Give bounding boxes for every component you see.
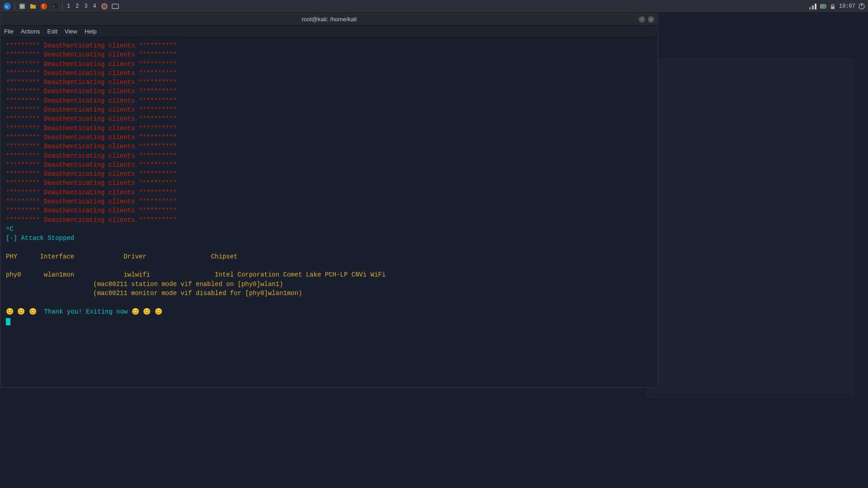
ws4[interactable]: 4 [91, 3, 98, 9]
battery-icon [820, 3, 826, 10]
stopped-line: [-] Attack Stopped [6, 234, 652, 243]
deauth-line: ********* Deauthenticating clients *****… [6, 105, 652, 114]
firefox-icon[interactable] [100, 2, 109, 11]
menu-edit[interactable]: Edit [47, 28, 57, 35]
network-icon [808, 3, 817, 10]
deauth-line: ********* Deauthenticating clients *****… [6, 142, 652, 151]
svg-rect-18 [831, 6, 835, 9]
cursor [6, 318, 10, 325]
files-icon[interactable] [18, 2, 27, 11]
folder-icon[interactable] [28, 2, 38, 11]
window-title: root@kali: /home/kali [302, 16, 357, 23]
title-bar-controls: – ✕ [639, 16, 654, 23]
mac-line-2: (mac80211 monitor mode vif disabled for … [6, 289, 652, 298]
phy-header: PHY Interface Driver Chipset [6, 252, 652, 261]
phy-row: phy0 wlan1mon iwlwifi Intel Corporation … [6, 270, 652, 279]
sep1 [14, 2, 15, 10]
deauth-line: ********* Deauthenticating clients *****… [6, 216, 652, 225]
thankyou-line: 😊 😊 😊 Thank you! Exiting now 😊 😊 😊 [6, 307, 652, 316]
deauth-line: ********* Deauthenticating clients *****… [6, 69, 652, 78]
deauth-line: ********* Deauthenticating clients *****… [6, 160, 652, 169]
deauth-line: ********* Deauthenticating clients *****… [6, 87, 652, 96]
svg-text:K: K [5, 5, 8, 9]
interrupt-line: ^C [6, 225, 652, 234]
deauth-line: ********* Deauthenticating clients *****… [6, 151, 652, 160]
ws2[interactable]: 2 [74, 3, 80, 9]
ws1[interactable]: 1 [65, 3, 72, 9]
deauth-line: ********* Deauthenticating clients *****… [6, 41, 652, 50]
svg-rect-3 [20, 5, 24, 6]
svg-rect-11 [112, 4, 118, 9]
deauth-line: ********* Deauthenticating clients *****… [6, 206, 652, 215]
svg-rect-16 [826, 6, 826, 7]
terminal-content: ********* Deauthenticating clients *****… [0, 38, 658, 387]
taskbar-right: 19:07 [808, 3, 865, 10]
terminal-icon[interactable]: >_ [50, 2, 59, 11]
deauth-line: ********* Deauthenticating clients *****… [6, 50, 652, 59]
deauth-line: ********* Deauthenticating clients *****… [6, 78, 652, 87]
menu-help[interactable]: Help [85, 28, 97, 35]
taskbar: K f >_ 1 2 3 4 19:07 [0, 0, 868, 13]
deauth-line: ********* Deauthenticating clients *****… [6, 60, 652, 69]
svg-text:>_: >_ [52, 5, 57, 9]
svg-rect-4 [20, 7, 24, 8]
svg-rect-17 [821, 5, 825, 7]
minimize-button[interactable]: – [639, 16, 645, 23]
kali-icon[interactable]: K [3, 2, 12, 11]
background-panel [646, 59, 854, 398]
menu-view[interactable]: View [65, 28, 77, 35]
svg-rect-12 [809, 7, 811, 9]
svg-rect-13 [812, 5, 814, 9]
ws3[interactable]: 3 [82, 3, 89, 9]
menu-actions[interactable]: Actions [21, 28, 40, 35]
app-icon[interactable]: f [39, 2, 48, 11]
mac-line-1: (mac80211 station mode vif enabled on [p… [6, 280, 652, 289]
svg-rect-2 [19, 4, 25, 9]
deauth-line: ********* Deauthenticating clients *****… [6, 133, 652, 142]
deauth-line: ********* Deauthenticating clients *****… [6, 188, 652, 197]
clock: 19:07 [839, 3, 855, 9]
svg-point-5 [41, 3, 47, 9]
sep2 [62, 2, 62, 10]
power-icon[interactable] [858, 3, 865, 10]
svg-text:f: f [42, 4, 44, 9]
menu-bar: File Actions Edit View Help [0, 26, 658, 38]
deauth-line: ********* Deauthenticating clients *****… [6, 124, 652, 133]
deauth-line: ********* Deauthenticating clients *****… [6, 197, 652, 206]
title-bar: root@kali: /home/kali – ✕ [0, 13, 658, 26]
terminal-window: root@kali: /home/kali – ✕ File Actions E… [0, 13, 658, 388]
screen-icon[interactable] [111, 2, 120, 11]
svg-point-10 [103, 5, 106, 8]
close-button[interactable]: ✕ [648, 16, 654, 23]
lock-icon [829, 3, 836, 10]
svg-rect-14 [815, 4, 816, 9]
cursor-line [6, 316, 652, 325]
menu-file[interactable]: File [4, 28, 14, 35]
deauth-line: ********* Deauthenticating clients *****… [6, 178, 652, 188]
deauth-line: ********* Deauthenticating clients *****… [6, 169, 652, 178]
deauth-line: ********* Deauthenticating clients *****… [6, 114, 652, 123]
deauth-line: ********* Deauthenticating clients *****… [6, 96, 652, 105]
